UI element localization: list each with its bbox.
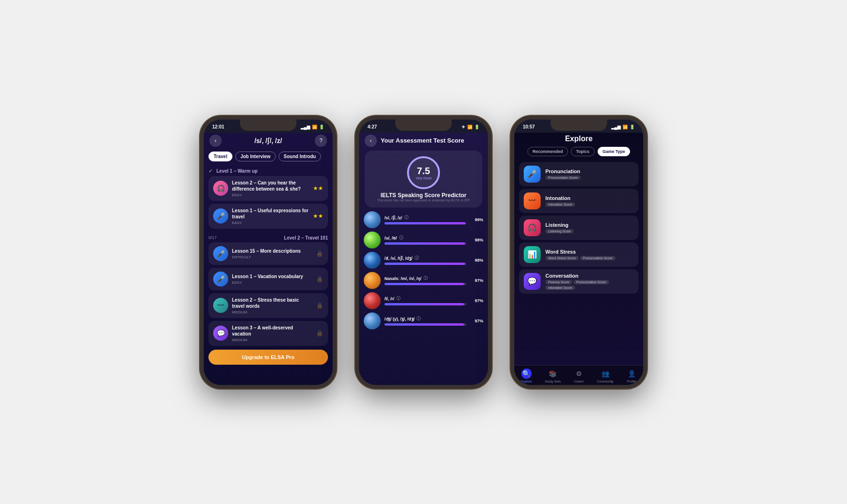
lesson-stars-1: ★★ — [313, 185, 323, 192]
ielts-title: IELTS Speaking Score Predictor — [381, 192, 467, 199]
progress-bg-3 — [384, 263, 466, 265]
lesson-info-4: Lesson 1 – Vacation vocabulary EASY — [232, 273, 312, 285]
list-item[interactable]: 🎤 Lesson 1 – Vacation vocabulary EASY 🔒 — [208, 268, 328, 290]
lesson-icon-1: 🎧 — [213, 181, 228, 196]
sound-list: /s/, /ʃ/, /z/ ⓘ 99% /u/, /ʊ/ ⓘ — [359, 211, 488, 385]
explore-tag: Intonation Score — [545, 202, 575, 207]
level2-header: 0/17 Level 2 – Travel 101 — [208, 232, 328, 242]
sound-pct-2: 98% — [470, 238, 483, 242]
tab-travel[interactable]: Travel — [208, 152, 232, 161]
list-item[interactable]: /ʤ/ (y), /ʒ/, /dʒ/ ⓘ 97% — [364, 312, 483, 329]
tab-topics[interactable]: Topics — [571, 147, 594, 156]
phone-3: 10:57 ▂▄▆ 📶 🔋 Explore Recommended Topics… — [511, 116, 647, 389]
lock-icon-3: 🔒 — [316, 250, 323, 257]
list-item[interactable]: 🎤 Lesson 15 – More descriptions DIFFICUL… — [208, 242, 328, 265]
explore-info-pronunciation: Pronunciation Pronunciation Score — [545, 168, 634, 180]
list-item[interactable]: 〰 Lesson 2 – Stress these basic travel w… — [208, 293, 328, 318]
lesson-diff-5: MEDIUM — [232, 310, 312, 314]
p3-tabs: Recommended Topics Game Type — [520, 147, 638, 156]
lesson-diff-1: EASY — [232, 193, 309, 197]
nav-study-sets[interactable]: 📚 Study Sets — [545, 368, 561, 383]
nav-explore[interactable]: 🔍 Explore — [521, 368, 532, 383]
explore-tag: Pronunciation Score — [545, 176, 581, 180]
sound-name-1: /s/, /ʃ/, /z/ ⓘ — [384, 215, 466, 221]
level1-header: ✓ Level 1 – Warm up — [208, 165, 328, 176]
list-item[interactable]: /s/, /ʃ/, /z/ ⓘ 99% — [364, 211, 483, 228]
battery-icon: 🔋 — [319, 125, 324, 129]
sound-name-5: /l/, /r/ ⓘ — [384, 296, 466, 302]
list-item[interactable]: /u/, /ʊ/ ⓘ 98% — [364, 232, 483, 248]
nav-coach[interactable]: ⚙ Coach — [574, 368, 584, 383]
lock-icon-5: 🔒 — [316, 302, 323, 309]
sound-pct-6: 97% — [470, 319, 483, 323]
list-item[interactable]: 💬 Conversation Fluency Score Pronunciati… — [519, 269, 639, 294]
back-button-1[interactable]: ‹ — [209, 135, 222, 147]
tab-game-type[interactable]: Game Type — [598, 147, 631, 156]
p2-title: Your Assessment Test Score — [381, 137, 464, 144]
time-1: 12:01 — [212, 124, 224, 129]
nav-coach-label: Coach — [574, 380, 583, 383]
back-button-2[interactable]: ‹ — [365, 135, 377, 147]
nav-study-sets-label: Study Sets — [545, 380, 561, 383]
sound-details-3: /ɪ/, /s/, /tʃ/, /dʒ/ ⓘ — [384, 255, 466, 265]
status-icons-3: ▂▄▆ 📶 🔋 — [611, 125, 635, 129]
progress-bg-6 — [384, 323, 466, 326]
explore-tag: Listening Score — [545, 229, 574, 233]
tab-sound-intro[interactable]: Sound Introdu — [279, 152, 321, 161]
list-item[interactable]: 🎤 Pronunciation Pronunciation Score — [519, 162, 639, 186]
progress-fill-2 — [384, 242, 465, 245]
list-item[interactable]: 〰 Intonation Intonation Score — [519, 189, 639, 213]
level1-check: ✓ — [208, 168, 213, 174]
lesson-name-1: Lesson 2 – Can you hear the difference b… — [232, 180, 309, 192]
list-item[interactable]: 🎧 Lesson 2 – Can you hear the difference… — [208, 176, 328, 201]
list-item[interactable]: 💬 Lesson 3 – A well-deserved vacation ME… — [208, 321, 328, 346]
lock-icon-4: 🔒 — [316, 276, 323, 282]
list-item[interactable]: /ɪ/, /s/, /tʃ/, /dʒ/ ⓘ 98% — [364, 252, 483, 269]
nav-profile[interactable]: 👤 Profile — [626, 368, 637, 383]
p3-title: Explore — [520, 135, 638, 143]
sound-name-4: Nasals: /m/, /n/, /ŋ/ ⓘ — [384, 275, 466, 281]
list-item[interactable]: 🎤 Lesson 1 – Useful expressions for trav… — [208, 204, 328, 229]
level2-count: 0/17 — [208, 235, 217, 240]
list-item[interactable]: 🎧 Listening Listening Score — [519, 216, 639, 240]
score-container: 7.5 Very Good IELTS Speaking Score Predi… — [365, 151, 482, 208]
explore-icon-word-stress: 📊 — [524, 246, 541, 263]
lesson-name-4: Lesson 1 – Vacation vocabulary — [232, 273, 312, 280]
lesson-info-6: Lesson 3 – A well-deserved vacation MEDI… — [232, 325, 312, 342]
progress-fill-1 — [384, 222, 465, 224]
sound-orb-6 — [364, 312, 381, 329]
wifi-icon-2: 📶 — [467, 125, 472, 129]
tab-recommended[interactable]: Recommended — [527, 147, 568, 156]
explore-list: 🎤 Pronunciation Pronunciation Score 〰 In… — [514, 159, 643, 365]
signal-icon: ▂▄▆ — [301, 125, 310, 129]
progress-fill-5 — [384, 303, 464, 305]
tab-job-interview[interactable]: Job Interview — [235, 152, 276, 161]
sound-details-2: /u/, /ʊ/ ⓘ — [384, 235, 466, 245]
explore-nav-icon: 🔍 — [521, 368, 532, 379]
list-item[interactable]: Nasals: /m/, /n/, /ŋ/ ⓘ 97% — [364, 272, 483, 289]
help-button-1[interactable]: ? — [315, 135, 327, 147]
lesson-name-2: Lesson 1 – Useful expressions for travel — [232, 208, 309, 220]
wifi-icon-3: 📶 — [623, 125, 628, 129]
explore-tag: Fluency Score — [545, 280, 572, 284]
explore-tag: Intonation Score — [545, 286, 575, 290]
nav-profile-label: Profile — [627, 380, 636, 383]
upgrade-button[interactable]: Upgrade to ELSA Pro — [208, 350, 328, 365]
sound-details-1: /s/, /ʃ/, /z/ ⓘ — [384, 215, 466, 224]
p1-tabs: Travel Job Interview Sound Introdu — [204, 150, 333, 165]
sound-details-5: /l/, /r/ ⓘ — [384, 296, 466, 305]
lesson-diff-2: EASY — [232, 221, 309, 225]
list-item[interactable]: /l/, /r/ ⓘ 97% — [364, 292, 483, 309]
explore-icon-intonation: 〰 — [524, 192, 541, 209]
sound-name-3: /ɪ/, /s/, /tʃ/, /dʒ/ ⓘ — [384, 255, 466, 261]
lessons-scroll: ✓ Level 1 – Warm up 🎧 Lesson 2 – Can you… — [204, 165, 333, 385]
explore-name-intonation: Intonation — [545, 195, 634, 201]
sound-orb-4 — [364, 272, 381, 289]
signal-icon-3: ▂▄▆ — [611, 125, 621, 129]
progress-bg-2 — [384, 242, 466, 245]
nav-community-label: Community — [597, 380, 613, 383]
list-item[interactable]: 📊 Word Stress Word Stress Score Pronunci… — [519, 242, 639, 267]
explore-info-intonation: Intonation Intonation Score — [545, 195, 634, 207]
nav-community[interactable]: 👥 Community — [597, 368, 613, 383]
score-label: Very Good — [416, 176, 431, 180]
